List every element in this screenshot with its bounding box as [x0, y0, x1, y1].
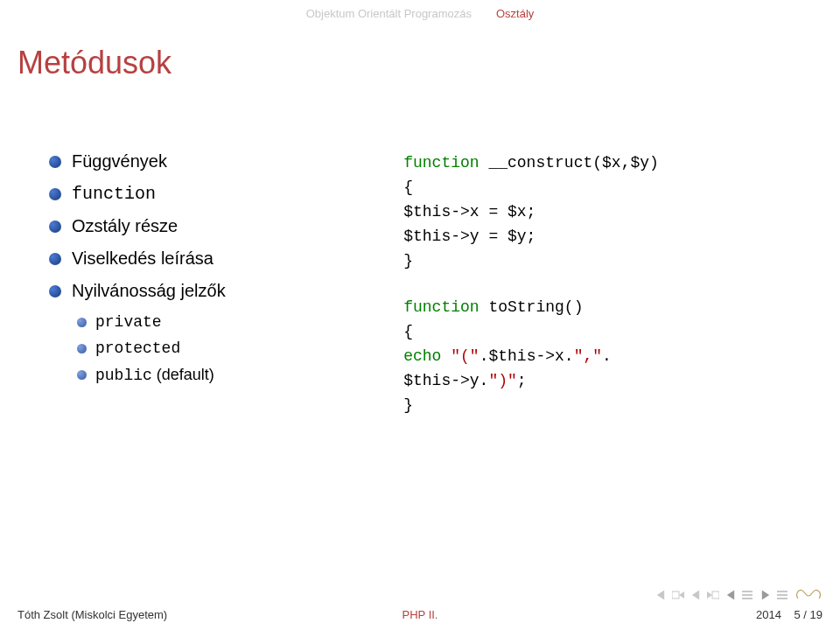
nav-prev-outline-icon[interactable]	[672, 589, 684, 601]
list-subitem: public (default)	[77, 366, 395, 384]
code-line: $this->y = $y;	[403, 225, 840, 249]
code-line: $this->y.")";	[403, 369, 840, 394]
bullet-icon	[77, 318, 87, 327]
svg-rect-4	[712, 592, 719, 598]
nav-menu-icon[interactable]	[742, 589, 754, 601]
svg-marker-3	[692, 590, 699, 599]
bullet-icon	[77, 344, 87, 354]
bullet-icon	[49, 220, 61, 233]
svg-marker-0	[657, 590, 664, 599]
bullet-text: Függvények	[72, 151, 167, 172]
list-item: Ozstály része	[49, 216, 395, 236]
bullet-icon	[49, 253, 61, 265]
list-subitem: protected	[77, 340, 395, 357]
nav-loop-icon[interactable]	[794, 588, 821, 602]
code-line: echo "(".$this->x.",".	[403, 345, 840, 369]
bullet-list: Függvények function Ozstály része Viselk…	[0, 151, 395, 418]
svg-marker-6	[727, 590, 734, 599]
footer: Tóth Zsolt (Miskolci Egyetem) PHP II. 20…	[0, 608, 840, 621]
bullet-text: Nyilvánosság jelzők	[72, 281, 226, 301]
bullet-icon	[49, 285, 61, 298]
list-item: function	[49, 184, 395, 204]
footer-author: Tóth Zsolt (Miskolci Egyetem)	[18, 608, 167, 621]
nav-menu2-icon[interactable]	[777, 589, 789, 601]
list-subitem: private	[77, 313, 395, 331]
header-section-topic: Objektum Orientált Programozás	[306, 7, 472, 20]
content-columns: Függvények function Ozstály része Viselk…	[0, 151, 840, 418]
header-section-current: Osztály	[496, 7, 534, 20]
svg-marker-7	[762, 590, 769, 599]
bullet-text: Ozstály része	[72, 216, 178, 236]
svg-marker-2	[679, 592, 684, 598]
bullet-text: public (default)	[95, 366, 214, 384]
code-line: function __construct($x,$y)	[403, 151, 840, 176]
code-block: function __construct($x,$y) { $this->x =…	[395, 151, 840, 418]
nav-controls	[654, 588, 821, 602]
header-breadcrumb: Objektum Orientált Programozás Osztály	[0, 0, 840, 20]
code-line: $this->x = $x;	[403, 200, 840, 225]
list-item: Nyilvánosság jelzők	[49, 281, 395, 301]
list-item: Függvények	[49, 151, 395, 172]
code-line: {	[403, 320, 840, 345]
page-title: Metódusok	[18, 45, 840, 81]
bullet-text: protected	[95, 340, 180, 357]
bullet-text: private	[95, 313, 162, 331]
code-blank	[403, 273, 840, 296]
nav-prev-sub-icon[interactable]	[724, 589, 737, 601]
code-line: function toString()	[403, 296, 840, 320]
bullet-icon	[77, 370, 87, 380]
bullet-icon	[49, 156, 61, 168]
nav-next-outline-icon[interactable]	[707, 589, 719, 601]
bullet-icon	[49, 188, 61, 200]
code-line: {	[403, 176, 840, 200]
bullet-text: Viselkedés leírása	[72, 248, 214, 269]
footer-page: 2014 5 / 19	[756, 608, 822, 621]
footer-title: PHP II.	[402, 608, 438, 621]
code-line: }	[403, 249, 840, 274]
code-line: }	[403, 394, 840, 418]
svg-marker-5	[707, 592, 712, 598]
nav-prev-icon[interactable]	[690, 589, 702, 601]
nav-next-sub-icon[interactable]	[760, 589, 772, 601]
nav-first-icon[interactable]	[654, 589, 667, 601]
bullet-text: function	[72, 184, 156, 204]
svg-rect-1	[672, 592, 679, 598]
list-item: Viselkedés leírása	[49, 248, 395, 269]
